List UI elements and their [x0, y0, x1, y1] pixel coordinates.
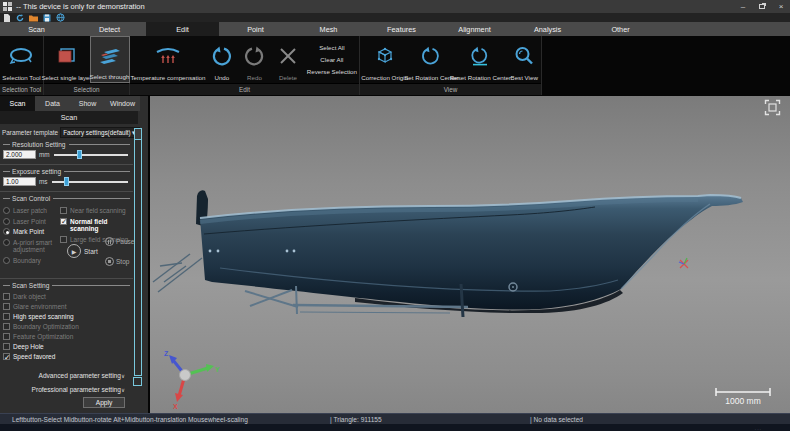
select-all-link[interactable]: Select All [319, 44, 344, 51]
resolution-slider-thumb[interactable] [77, 150, 82, 159]
chevron-down-icon: ∨ [121, 373, 125, 379]
new-file-icon[interactable] [3, 14, 11, 22]
best-view-button[interactable]: Best View [507, 36, 541, 83]
tab-edit[interactable]: Edit [146, 22, 219, 36]
dark-object-checkbox[interactable] [3, 293, 10, 300]
ribbon-tab-bar: Scan Detect Edit Point Mesh Features Ali… [0, 22, 790, 36]
boundary-radio[interactable] [3, 257, 10, 264]
clear-all-link[interactable]: Clear All [320, 56, 343, 63]
stop-label: Stop [116, 258, 129, 265]
open-folder-icon[interactable] [29, 14, 38, 22]
speed-favored-checkbox[interactable] [3, 353, 10, 360]
resolution-input[interactable]: 2.000 [3, 150, 36, 159]
scan-setting-title: Scan Setting [3, 282, 130, 289]
refresh-icon[interactable] [16, 14, 24, 22]
viewport-3d[interactable]: Z Y X 1000 mm [150, 96, 790, 413]
tab-other[interactable]: Other [584, 22, 657, 36]
delete-x-icon [279, 38, 297, 74]
high-speed-checkbox[interactable] [3, 313, 10, 320]
selection-tool-button[interactable]: Selection Tool [1, 36, 41, 83]
select-through-label: Select through [90, 73, 130, 80]
parameter-template-dropdown[interactable]: Factory settings(default) ▼ [60, 127, 140, 138]
boundary-optimization-checkbox[interactable] [3, 323, 10, 330]
deep-hole-label: Deep Hole [13, 343, 44, 350]
mark-point-radio[interactable] [3, 228, 10, 235]
resolution-unit: mm [39, 151, 50, 158]
bottom-strip: ∙∙∙ [0, 424, 790, 431]
exposure-unit: ms [39, 178, 48, 185]
feature-optimization-checkbox[interactable] [3, 333, 10, 340]
maximize-button[interactable] [759, 4, 765, 9]
laser-point-label: Laser Point [13, 218, 46, 226]
panel-tab-data[interactable]: Data [35, 96, 70, 111]
panel-tab-window[interactable]: Window [105, 96, 140, 111]
tab-mesh[interactable]: Mesh [292, 22, 365, 36]
apply-button[interactable]: Apply [83, 397, 125, 408]
resolution-group: Resolution Setting 2.000 mm [0, 141, 133, 165]
layers-stack-icon [98, 39, 122, 73]
resolution-slider[interactable] [54, 150, 130, 159]
stop-button[interactable]: Stop [105, 257, 129, 266]
left-panel: Scan Data Show Window Scan Parameter tem… [0, 96, 148, 413]
laser-point-radio[interactable] [3, 218, 10, 225]
tab-features[interactable]: Features [365, 22, 438, 36]
panel-scrollbar[interactable] [134, 128, 142, 376]
correction-origin-button[interactable]: Correction Origin [360, 36, 409, 83]
group-label-selection: Selection [44, 83, 129, 95]
laser-patch-radio[interactable] [3, 207, 10, 214]
pause-button[interactable]: Pause [105, 237, 134, 246]
reset-rotation-center-button[interactable]: Reset Rotation Center [453, 36, 507, 83]
deep-hole-checkbox[interactable] [3, 343, 10, 350]
redo-button[interactable]: Redo [238, 36, 272, 83]
panel-expander-box[interactable] [133, 377, 142, 386]
minimize-button[interactable]: – [738, 3, 748, 11]
temperature-compensation-label: Temperature compensation [131, 74, 206, 81]
tab-detect[interactable]: Detect [73, 22, 146, 36]
tab-alignment[interactable]: Alignment [438, 22, 511, 36]
tab-scan[interactable]: Scan [0, 22, 73, 36]
selection-status-text: | No data selected [530, 416, 583, 423]
reverse-selection-link[interactable]: Reverse Selection [307, 68, 357, 75]
normal-field-checkbox[interactable] [60, 218, 67, 225]
apriori-adjustment-radio[interactable] [3, 239, 10, 246]
professional-parameter-link[interactable]: Professional parameter setting∨ [0, 386, 125, 393]
select-single-layer-button[interactable]: Select single layer [44, 36, 90, 83]
chevron-down-icon: ∨ [121, 387, 125, 393]
single-layer-icon [57, 38, 77, 74]
network-icon[interactable] [56, 13, 65, 22]
rotate-reset-icon [470, 38, 490, 74]
select-single-layer-label: Select single layer [41, 74, 91, 81]
panel-tab-show[interactable]: Show [70, 96, 105, 111]
save-icon[interactable] [43, 14, 51, 22]
dark-object-label: Dark object [13, 293, 46, 300]
mark-point-label: Mark Point [13, 228, 44, 236]
undo-button[interactable]: Undo [206, 36, 238, 83]
glare-environment-checkbox[interactable] [3, 303, 10, 310]
panel-scrollbar-thumb[interactable] [135, 129, 141, 140]
ribbon-group-selection-tool: Selection Tool Selection Tool [0, 36, 44, 95]
tab-analysis[interactable]: Analysis [511, 22, 584, 36]
set-rotation-center-button[interactable]: Set Rotation Center [409, 36, 453, 83]
exposure-input[interactable]: 1.00 [3, 177, 36, 186]
tab-point[interactable]: Point [219, 22, 292, 36]
app-logo-icon [3, 2, 12, 11]
scan-setting-group: Scan Setting Dark object Glare environme… [0, 282, 133, 365]
resize-grip[interactable]: ∙∙∙ [755, 426, 762, 431]
parameter-template-value: Factory settings(default) [63, 129, 131, 136]
advanced-parameter-link[interactable]: Advanced parameter setting∨ [0, 372, 125, 379]
temperature-compensation-button[interactable]: Temperature compensation [130, 36, 206, 83]
near-field-checkbox[interactable] [60, 207, 67, 214]
ribbon: Selection Tool Selection Tool Select sin… [0, 36, 790, 95]
start-button[interactable]: ▶Start [67, 244, 98, 258]
close-button[interactable]: × [776, 3, 786, 11]
panel-tab-scan[interactable]: Scan [0, 96, 35, 111]
delete-button[interactable]: Delete [271, 36, 305, 83]
exposure-slider[interactable] [52, 177, 130, 186]
exposure-slider-thumb[interactable] [64, 177, 69, 186]
select-through-button[interactable]: Select through [90, 36, 130, 83]
large-field-checkbox[interactable] [60, 236, 67, 243]
fullscreen-button[interactable] [764, 99, 781, 116]
undo-icon [212, 38, 232, 74]
glare-environment-label: Glare environment [13, 303, 66, 310]
boat-hull[interactable] [200, 195, 743, 310]
